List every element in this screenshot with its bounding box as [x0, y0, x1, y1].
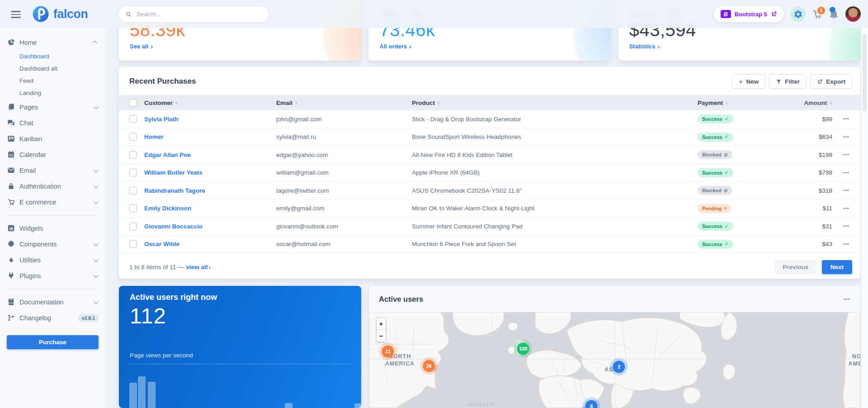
customer-link[interactable]: Sylvia Plath: [144, 116, 276, 123]
row-actions-button[interactable]: •••: [843, 171, 849, 175]
new-button-label: New: [746, 78, 759, 85]
bootstrap5-badge[interactable]: B Bootstrap 5: [714, 6, 784, 22]
sidebar-item-kanban[interactable]: Kanban: [0, 131, 105, 147]
column-header-payment[interactable]: Payment▲▼: [698, 100, 764, 106]
next-button[interactable]: Next: [822, 260, 852, 274]
customer-link[interactable]: William Butler Yeats: [144, 169, 276, 176]
map-cluster-marker[interactable]: 11: [382, 345, 394, 357]
payment-badge: Blocked⊘: [698, 150, 732, 159]
row-checkbox[interactable]: [129, 133, 137, 141]
product-cell: ASUS Chromebook C202SA-YS02 11.6": [412, 187, 698, 194]
column-header-customer[interactable]: Customer▲▼: [144, 100, 276, 106]
sidebar-item-documentation[interactable]: Documentation: [0, 294, 105, 310]
column-header-amount[interactable]: Amount▲▼: [764, 100, 832, 106]
new-button[interactable]: + New: [732, 74, 766, 89]
map-zoom-out-button[interactable]: −: [376, 330, 386, 342]
search-input[interactable]: [136, 10, 262, 18]
sidebar-subitem-landing[interactable]: Landing: [0, 87, 105, 99]
chevron-down-icon: [94, 272, 99, 277]
stat-link[interactable]: See all›: [130, 43, 153, 50]
sidebar-item-widgets[interactable]: Widgets: [0, 220, 105, 236]
view-all-link[interactable]: view all: [186, 264, 208, 270]
settings-button[interactable]: [790, 6, 806, 22]
export-button[interactable]: Export: [810, 74, 852, 89]
page-scrollbar[interactable]: [861, 28, 868, 408]
active-users-map-card: Active users •••: [369, 286, 860, 408]
row-actions-button[interactable]: •••: [843, 135, 849, 139]
previous-button[interactable]: Previous: [775, 260, 816, 274]
row-checkbox[interactable]: [129, 240, 137, 248]
customer-link[interactable]: Emily Dickinson: [144, 205, 276, 212]
row-checkbox[interactable]: [129, 223, 137, 230]
sidebar-item-email[interactable]: Email: [0, 162, 105, 178]
customer-link[interactable]: Homer: [144, 133, 276, 140]
sidebar-item-label: Calendar: [19, 151, 99, 158]
map-zoom-in-button[interactable]: +: [376, 318, 386, 330]
sidebar: HomeDashboardDashboard altFeedLandingPag…: [0, 0, 105, 408]
map-card-title: Active users: [379, 295, 423, 304]
pagination-summary: 1 to 8 Items of 11 —view all›: [129, 264, 211, 270]
map-cluster-marker[interactable]: 2: [613, 361, 625, 373]
sidebar-subitem-dashboard[interactable]: Dashboard: [0, 50, 105, 62]
stat-link[interactable]: Statistics›: [629, 43, 660, 50]
actions-cell: •••: [832, 206, 860, 211]
sidebar-item-calendar[interactable]: Calendar: [0, 147, 105, 162]
cart-button[interactable]: 1: [812, 9, 822, 19]
sidebar-subitem-dashboard-alt[interactable]: Dashboard alt: [0, 62, 105, 75]
sidebar-item-changelog[interactable]: Changelogv2.8.1: [0, 310, 105, 326]
customer-link[interactable]: Giovanni Boccaccio: [144, 223, 276, 230]
amount-cell: $634: [764, 133, 832, 140]
amount-cell: $31: [764, 223, 832, 230]
sidebar-item-pages[interactable]: Pages: [0, 99, 105, 115]
sidebar-item-components[interactable]: Components: [0, 236, 105, 252]
sidebar-item-chat[interactable]: Chat: [0, 115, 105, 131]
row-checkbox[interactable]: [129, 169, 137, 176]
hamburger-menu-button[interactable]: [11, 11, 21, 20]
user-avatar[interactable]: [845, 6, 861, 22]
sidebar-item-plugins[interactable]: Plugins: [0, 268, 105, 284]
payment-cell: Success✓: [698, 114, 764, 123]
notifications-button[interactable]: [829, 9, 839, 19]
pie-icon: [7, 38, 15, 47]
purchase-button[interactable]: Purchase: [7, 335, 99, 349]
sidebar-subitem-feed[interactable]: Feed: [0, 75, 105, 87]
scrollbar-thumb[interactable]: [863, 34, 867, 111]
falcon-brand[interactable]: falcon: [32, 5, 88, 23]
row-actions-button[interactable]: •••: [843, 188, 849, 193]
sidebar-item-authentication[interactable]: Authentication: [0, 178, 105, 194]
payment-cell: Success✓: [698, 168, 764, 177]
map-cluster-marker[interactable]: 100: [517, 342, 529, 355]
row-checkbox[interactable]: [129, 115, 137, 123]
card-menu-button[interactable]: •••: [844, 297, 850, 302]
row-actions-button[interactable]: •••: [843, 206, 849, 211]
sidebar-item-label: Pages: [19, 104, 94, 111]
row-check-cell: [119, 204, 144, 212]
column-header-product[interactable]: Product▲▼: [412, 100, 698, 106]
row-check-cell: [119, 151, 144, 159]
customer-link[interactable]: Oscar Wilde: [144, 241, 276, 247]
map-cluster-marker[interactable]: 26: [423, 360, 435, 372]
row-actions-button[interactable]: •••: [843, 242, 849, 247]
sidebar-item-home[interactable]: Home: [0, 34, 105, 50]
email-cell: edgar@yahoo.com: [276, 152, 412, 158]
stat-link[interactable]: All orders›: [379, 43, 411, 50]
column-header-email[interactable]: Email▲▼: [276, 100, 412, 106]
world-map[interactable]: + − NORTH AMERICAASIANORTH AMERICAAtlant…: [369, 312, 860, 408]
filter-button[interactable]: Filter: [769, 74, 807, 89]
customer-link[interactable]: Rabindranath Tagore: [144, 187, 276, 194]
payment-badge: Blocked⊘: [698, 186, 732, 195]
row-check-cell: [119, 223, 144, 230]
sort-icon: ▲▼: [175, 100, 178, 105]
sidebar-item-utilities[interactable]: Utilities: [0, 252, 105, 268]
customer-link[interactable]: Edgar Allan Poe: [144, 152, 276, 158]
row-checkbox[interactable]: [129, 151, 137, 159]
row-actions-button[interactable]: •••: [843, 117, 849, 121]
amount-cell: $798: [764, 169, 832, 176]
sidebar-item-e-commerce[interactable]: E commerce: [0, 194, 105, 210]
select-all-checkbox[interactable]: [129, 99, 137, 107]
actions-cell: •••: [832, 117, 860, 121]
row-actions-button[interactable]: •••: [843, 224, 849, 228]
row-checkbox[interactable]: [129, 204, 137, 212]
row-checkbox[interactable]: [129, 187, 137, 195]
row-actions-button[interactable]: •••: [843, 152, 849, 157]
